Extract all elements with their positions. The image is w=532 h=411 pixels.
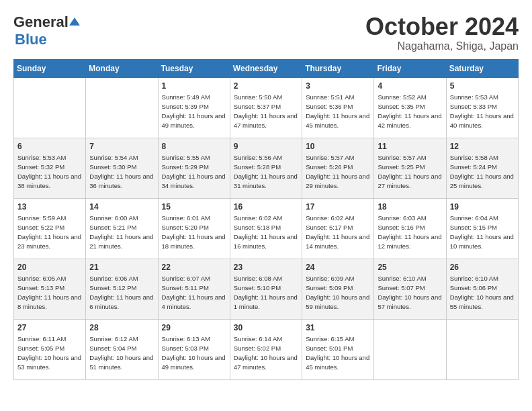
calendar-cell: 23Sunrise: 6:08 AM Sunset: 5:10 PM Dayli…	[230, 259, 302, 319]
day-info: Sunrise: 6:09 AM Sunset: 5:09 PM Dayligh…	[306, 274, 370, 311]
day-info: Sunrise: 5:52 AM Sunset: 5:35 PM Dayligh…	[378, 93, 442, 130]
day-info: Sunrise: 5:55 AM Sunset: 5:29 PM Dayligh…	[162, 153, 226, 190]
day-info: Sunrise: 6:03 AM Sunset: 5:16 PM Dayligh…	[378, 214, 442, 250]
calendar-cell: 7Sunrise: 5:54 AM Sunset: 5:30 PM Daylig…	[86, 138, 158, 198]
calendar-cell: 26Sunrise: 6:10 AM Sunset: 5:06 PM Dayli…	[446, 259, 518, 319]
day-number: 17	[306, 201, 370, 213]
month-title: October 2024	[365, 13, 519, 40]
calendar-cell: 18Sunrise: 6:03 AM Sunset: 5:16 PM Dayli…	[374, 198, 446, 259]
day-info: Sunrise: 6:06 AM Sunset: 5:12 PM Dayligh…	[89, 274, 154, 311]
calendar-cell: 12Sunrise: 5:58 AM Sunset: 5:24 PM Dayli…	[446, 138, 518, 198]
location: Nagahama, Shiga, Japan	[365, 40, 519, 52]
day-number: 13	[17, 201, 82, 213]
calendar-cell: 14Sunrise: 6:00 AM Sunset: 5:21 PM Dayli…	[86, 198, 158, 259]
calendar-cell	[86, 77, 158, 138]
calendar-week-5: 27Sunrise: 6:11 AM Sunset: 5:05 PM Dayli…	[14, 319, 519, 379]
day-number: 31	[306, 322, 370, 334]
day-info: Sunrise: 6:14 AM Sunset: 5:02 PM Dayligh…	[234, 334, 298, 371]
day-info: Sunrise: 6:01 AM Sunset: 5:20 PM Dayligh…	[162, 214, 226, 250]
calendar-cell: 21Sunrise: 6:06 AM Sunset: 5:12 PM Dayli…	[86, 259, 158, 319]
day-info: Sunrise: 5:53 AM Sunset: 5:33 PM Dayligh…	[450, 93, 515, 130]
calendar-cell: 17Sunrise: 6:02 AM Sunset: 5:17 PM Dayli…	[302, 198, 374, 259]
day-number: 25	[378, 262, 442, 273]
col-friday: Friday	[374, 59, 446, 77]
day-info: Sunrise: 6:10 AM Sunset: 5:06 PM Dayligh…	[450, 274, 515, 311]
col-wednesday: Wednesday	[230, 59, 302, 77]
calendar-week-2: 6Sunrise: 5:53 AM Sunset: 5:32 PM Daylig…	[14, 138, 519, 198]
day-info: Sunrise: 6:07 AM Sunset: 5:11 PM Dayligh…	[162, 274, 226, 311]
day-number: 21	[89, 262, 154, 273]
day-info: Sunrise: 6:12 AM Sunset: 5:04 PM Dayligh…	[89, 334, 154, 371]
calendar-cell: 9Sunrise: 5:56 AM Sunset: 5:28 PM Daylig…	[230, 138, 302, 198]
day-info: Sunrise: 5:54 AM Sunset: 5:30 PM Dayligh…	[89, 153, 154, 190]
calendar-header: Sunday Monday Tuesday Wednesday Thursday…	[14, 59, 519, 77]
page-header: General Blue October 2024 Nagahama, Shig…	[13, 13, 519, 52]
day-info: Sunrise: 6:02 AM Sunset: 5:17 PM Dayligh…	[306, 214, 370, 250]
calendar-cell: 13Sunrise: 5:59 AM Sunset: 5:22 PM Dayli…	[14, 198, 86, 259]
day-number: 5	[450, 81, 515, 92]
day-number: 24	[306, 262, 370, 273]
day-number: 4	[378, 81, 442, 92]
day-info: Sunrise: 6:05 AM Sunset: 5:13 PM Dayligh…	[17, 274, 82, 311]
day-number: 27	[17, 322, 82, 334]
col-monday: Monday	[86, 59, 158, 77]
calendar-table: Sunday Monday Tuesday Wednesday Thursday…	[13, 59, 519, 380]
day-info: Sunrise: 6:10 AM Sunset: 5:07 PM Dayligh…	[378, 274, 442, 311]
calendar-cell: 1Sunrise: 5:49 AM Sunset: 5:39 PM Daylig…	[158, 77, 230, 138]
svg-marker-0	[69, 17, 80, 26]
day-info: Sunrise: 5:56 AM Sunset: 5:28 PM Dayligh…	[234, 153, 298, 190]
calendar-cell: 4Sunrise: 5:52 AM Sunset: 5:35 PM Daylig…	[374, 77, 446, 138]
calendar-cell: 27Sunrise: 6:11 AM Sunset: 5:05 PM Dayli…	[14, 319, 86, 379]
day-number: 14	[89, 201, 154, 213]
day-number: 7	[89, 141, 154, 152]
calendar-cell: 15Sunrise: 6:01 AM Sunset: 5:20 PM Dayli…	[158, 198, 230, 259]
col-tuesday: Tuesday	[158, 59, 230, 77]
day-number: 30	[234, 322, 298, 334]
day-info: Sunrise: 6:02 AM Sunset: 5:18 PM Dayligh…	[234, 214, 298, 250]
day-info: Sunrise: 6:11 AM Sunset: 5:05 PM Dayligh…	[17, 334, 82, 371]
calendar-cell	[14, 77, 86, 138]
day-info: Sunrise: 5:57 AM Sunset: 5:25 PM Dayligh…	[378, 153, 442, 190]
header-row: Sunday Monday Tuesday Wednesday Thursday…	[14, 59, 519, 77]
day-info: Sunrise: 6:00 AM Sunset: 5:21 PM Dayligh…	[89, 214, 154, 250]
day-info: Sunrise: 5:58 AM Sunset: 5:24 PM Dayligh…	[450, 153, 515, 190]
day-number: 15	[162, 201, 226, 213]
day-number: 9	[234, 141, 298, 152]
calendar-cell: 5Sunrise: 5:53 AM Sunset: 5:33 PM Daylig…	[446, 77, 518, 138]
day-info: Sunrise: 5:50 AM Sunset: 5:37 PM Dayligh…	[234, 93, 298, 130]
calendar-week-4: 20Sunrise: 6:05 AM Sunset: 5:13 PM Dayli…	[14, 259, 519, 319]
day-number: 20	[17, 262, 82, 273]
calendar-cell: 30Sunrise: 6:14 AM Sunset: 5:02 PM Dayli…	[230, 319, 302, 379]
day-info: Sunrise: 6:15 AM Sunset: 5:01 PM Dayligh…	[306, 334, 370, 371]
calendar-cell: 31Sunrise: 6:15 AM Sunset: 5:01 PM Dayli…	[302, 319, 374, 379]
day-number: 16	[234, 201, 298, 213]
day-number: 23	[234, 262, 298, 273]
day-number: 26	[450, 262, 515, 273]
day-info: Sunrise: 6:08 AM Sunset: 5:10 PM Dayligh…	[234, 274, 298, 311]
day-number: 6	[17, 141, 82, 152]
calendar-cell: 2Sunrise: 5:50 AM Sunset: 5:37 PM Daylig…	[230, 77, 302, 138]
logo-general: General	[13, 13, 69, 31]
calendar-cell: 10Sunrise: 5:57 AM Sunset: 5:26 PM Dayli…	[302, 138, 374, 198]
calendar-cell: 29Sunrise: 6:13 AM Sunset: 5:03 PM Dayli…	[158, 319, 230, 379]
calendar-cell: 28Sunrise: 6:12 AM Sunset: 5:04 PM Dayli…	[86, 319, 158, 379]
day-info: Sunrise: 6:13 AM Sunset: 5:03 PM Dayligh…	[162, 334, 226, 371]
calendar-cell: 8Sunrise: 5:55 AM Sunset: 5:29 PM Daylig…	[158, 138, 230, 198]
calendar-week-3: 13Sunrise: 5:59 AM Sunset: 5:22 PM Dayli…	[14, 198, 519, 259]
calendar-cell: 20Sunrise: 6:05 AM Sunset: 5:13 PM Dayli…	[14, 259, 86, 319]
col-saturday: Saturday	[446, 59, 518, 77]
col-thursday: Thursday	[302, 59, 374, 77]
calendar-cell	[446, 319, 518, 379]
day-number: 19	[450, 201, 515, 213]
calendar-cell: 22Sunrise: 6:07 AM Sunset: 5:11 PM Dayli…	[158, 259, 230, 319]
day-number: 8	[162, 141, 226, 152]
calendar-cell: 11Sunrise: 5:57 AM Sunset: 5:25 PM Dayli…	[374, 138, 446, 198]
calendar-body: 1Sunrise: 5:49 AM Sunset: 5:39 PM Daylig…	[14, 77, 519, 379]
logo-text: General	[13, 13, 80, 31]
day-number: 29	[162, 322, 226, 334]
day-info: Sunrise: 5:57 AM Sunset: 5:26 PM Dayligh…	[306, 153, 370, 190]
calendar-cell	[374, 319, 446, 379]
day-number: 11	[378, 141, 442, 152]
calendar-cell: 16Sunrise: 6:02 AM Sunset: 5:18 PM Dayli…	[230, 198, 302, 259]
logo-triangle-icon	[69, 16, 80, 27]
